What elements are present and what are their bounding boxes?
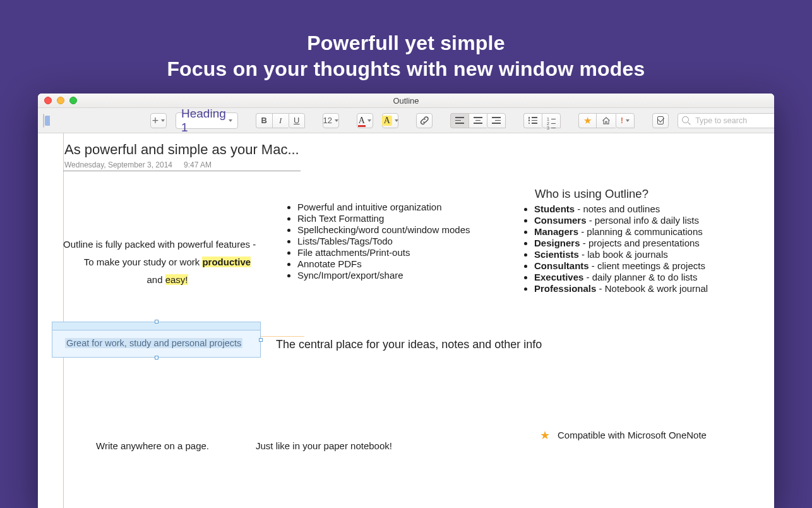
resize-handle-right[interactable] (259, 338, 263, 342)
promo-line-2: Focus on your thoughts with new window m… (0, 56, 812, 82)
important-tag-button[interactable]: ! (616, 113, 635, 128)
intro-line-1: Outline is fully packed with powerful fe… (63, 239, 272, 250)
exclamation-icon: ! (621, 116, 623, 125)
features-item: Spellchecking/word count/window modes (297, 224, 505, 235)
align-right-button[interactable] (487, 113, 506, 128)
app-window: Outline + Heading 1 B I U 12 A (38, 94, 774, 508)
sidebar-toggle-button[interactable] (43, 114, 44, 128)
who-item-role: Managers (534, 226, 578, 237)
tag-group: ★ ! (578, 113, 635, 128)
chevron-down-icon (367, 119, 371, 122)
checkbox-icon (657, 116, 664, 124)
minimize-button[interactable] (57, 97, 64, 104)
intro-block[interactable]: Outline is fully packed with powerful fe… (63, 239, 272, 286)
resize-handle-bottom[interactable] (155, 356, 158, 360)
selected-text: Great for work, study and personal proje… (65, 338, 242, 348)
chevron-down-icon (229, 119, 232, 122)
search-input[interactable] (694, 116, 774, 126)
list-group: 1 2 3 (523, 113, 561, 128)
features-item: Sync/Import/export/share (297, 270, 505, 281)
highlight-icon: A (382, 116, 392, 126)
who-item: Designers - projects and presentations (534, 238, 736, 248)
style-label: Heading 1 (181, 107, 226, 135)
page-meta: Wednesday, September 3, 2014 9:47 AM (64, 160, 299, 169)
star-tag-button[interactable]: ★ (578, 113, 596, 128)
who-item-role: Scientists (534, 249, 579, 260)
who-block[interactable]: Who is using Outline? Students - notes a… (521, 187, 736, 294)
who-item-role: Consumers (534, 215, 587, 226)
align-center-icon (474, 117, 482, 124)
search-icon (682, 116, 690, 124)
toolbar: + Heading 1 B I U 12 A A (38, 108, 774, 133)
chevron-down-icon (335, 119, 338, 122)
star-icon: ★ (583, 116, 592, 125)
compat-text: Compatible with Microsoft OneNote (558, 430, 707, 441)
style-select[interactable]: Heading 1 (176, 112, 238, 129)
who-item-role: Professionals (534, 283, 596, 294)
who-item: Scientists - lab book & journals (534, 249, 736, 260)
who-item-role: Designers (534, 238, 580, 248)
italic-button[interactable]: I (272, 113, 289, 128)
home-tag-button[interactable] (596, 113, 616, 128)
page-time: 9:47 AM (184, 160, 212, 169)
intro-line-3a: and (146, 274, 165, 285)
todo-button[interactable] (652, 113, 669, 128)
who-item: Professionals - Notebook & work journal (534, 283, 736, 294)
underline-button[interactable]: U (289, 113, 305, 128)
bold-button[interactable]: B (256, 113, 272, 128)
zoom-button[interactable] (69, 97, 77, 104)
who-list: Students - notes and outlinesConsumers -… (521, 203, 736, 294)
page-date: Wednesday, September 3, 2014 (64, 160, 172, 169)
font-size-value: 12 (323, 116, 332, 125)
search-field[interactable] (678, 113, 774, 128)
window-title: Outline (38, 96, 774, 106)
align-right-icon (492, 117, 501, 124)
margin-line (63, 133, 64, 508)
link-icon (419, 116, 429, 126)
text-format-group: B I U (256, 113, 305, 128)
promo-headline: Powerfull yet simple Focus on your thoug… (0, 0, 812, 82)
highlight-color-button[interactable]: A (382, 113, 398, 128)
features-item: Rich Text Formatting (297, 213, 505, 224)
intro-highlight-easy: easy! (165, 274, 188, 285)
intro-line-2a: To make your study or work (84, 257, 203, 267)
plus-icon: + (152, 115, 159, 126)
align-left-button[interactable] (450, 113, 469, 128)
selected-text-box[interactable]: Great for work, study and personal proje… (52, 322, 261, 358)
paper-notebook-text[interactable]: Just like in your paper notebook! (256, 440, 392, 452)
font-color-icon: A (359, 116, 365, 126)
font-color-button[interactable]: A (357, 113, 373, 128)
who-item: Consultants - client meetings & projects (534, 260, 736, 271)
chevron-down-icon (395, 119, 398, 122)
promo-line-1: Powerfull yet simple (0, 30, 812, 56)
home-icon (601, 116, 611, 126)
resize-handle-top[interactable] (155, 320, 158, 324)
font-size-select[interactable]: 12 (323, 113, 339, 128)
who-item-role: Executives (534, 272, 583, 282)
page-title-block[interactable]: As powerful and simple as your Mac... We… (63, 142, 301, 171)
write-anywhere-text[interactable]: Write anywhere on a page. (96, 440, 209, 452)
add-button[interactable]: + (150, 113, 167, 128)
intro-highlight-productive: productive (202, 257, 251, 267)
features-block[interactable]: Powerful and intuitive organizationRich … (284, 201, 505, 281)
who-item: Students - notes and outlines (534, 203, 736, 214)
bullet-list-button[interactable] (523, 113, 542, 128)
star-icon: ★ (540, 430, 550, 441)
who-item-role: Students (534, 203, 575, 214)
align-group (450, 113, 506, 128)
chevron-down-icon (626, 119, 630, 122)
link-button[interactable] (416, 113, 433, 128)
traffic-lights (38, 97, 77, 104)
features-item: Lists/Tables/Tags/Todo (297, 236, 505, 246)
align-center-button[interactable] (469, 113, 487, 128)
window-titlebar: Outline (38, 94, 774, 108)
bullet-list-icon (528, 117, 537, 124)
central-text[interactable]: The central place for your ideas, notes … (276, 338, 542, 351)
close-button[interactable] (44, 97, 52, 104)
numbered-list-button[interactable]: 1 2 3 (542, 113, 561, 128)
page-canvas[interactable]: As powerful and simple as your Mac... We… (38, 133, 774, 508)
who-heading: Who is using Outline? (535, 187, 736, 201)
compat-block[interactable]: ★ Compatible with Microsoft OneNote (540, 430, 707, 441)
numbered-list-icon: 1 2 3 (547, 117, 556, 124)
who-item-role: Consultants (534, 260, 589, 271)
